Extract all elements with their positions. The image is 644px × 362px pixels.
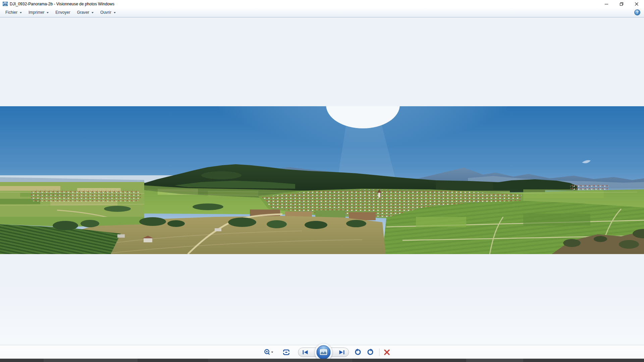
next-icon bbox=[339, 350, 345, 355]
zoom-button[interactable] bbox=[264, 349, 274, 356]
rotate-ccw-icon bbox=[354, 349, 362, 356]
chevron-down-icon bbox=[92, 12, 94, 13]
close-button[interactable] bbox=[629, 0, 644, 8]
menu-envoyer[interactable]: Envoyer bbox=[52, 8, 73, 17]
previous-button[interactable] bbox=[303, 350, 309, 355]
rotate-clockwise-button[interactable] bbox=[367, 349, 375, 356]
menu-imprimer-label: Imprimer bbox=[29, 10, 44, 15]
delete-button[interactable] bbox=[384, 349, 390, 356]
chevron-down-icon bbox=[47, 12, 49, 13]
menu-graver-label: Graver bbox=[77, 10, 89, 15]
photo-viewer-app-icon bbox=[3, 2, 8, 6]
taskbar-segment bbox=[208, 359, 352, 362]
restore-icon bbox=[620, 2, 624, 6]
taskbar-segment bbox=[44, 359, 138, 362]
photo-viewer-window: DJI_0932-Panorama-2b - Visionneuse de ph… bbox=[0, 0, 644, 362]
fit-to-window-button[interactable] bbox=[283, 349, 290, 356]
slideshow-button-face bbox=[317, 345, 331, 359]
panorama-photo bbox=[0, 106, 644, 254]
title-bar: DJI_0932-Panorama-2b - Visionneuse de ph… bbox=[0, 0, 644, 8]
close-icon bbox=[635, 2, 639, 6]
previous-icon bbox=[303, 350, 309, 355]
taskbar-edge bbox=[0, 359, 644, 362]
actual-size-icon bbox=[283, 349, 290, 356]
menu-fichier-label: Fichier bbox=[5, 10, 17, 15]
restore-button[interactable] bbox=[614, 0, 629, 8]
menu-ouvrir[interactable]: Ouvrir bbox=[97, 8, 119, 17]
menu-graver[interactable]: Graver bbox=[73, 8, 97, 17]
slideshow-picture-icon bbox=[320, 349, 327, 355]
rotate-cw-icon bbox=[367, 349, 375, 356]
menu-envoyer-label: Envoyer bbox=[55, 10, 70, 15]
menu-imprimer[interactable]: Imprimer bbox=[25, 8, 52, 17]
minimize-icon bbox=[604, 2, 608, 6]
window-controls bbox=[599, 0, 644, 8]
menu-bar: Fichier Imprimer Envoyer Graver Ouvrir ? bbox=[0, 8, 644, 17]
magnifier-plus-icon bbox=[264, 349, 274, 356]
minimize-button[interactable] bbox=[599, 0, 614, 8]
viewer-content-area bbox=[0, 17, 644, 345]
bottom-toolbar bbox=[0, 345, 644, 359]
menu-ouvrir-label: Ouvrir bbox=[100, 10, 111, 15]
navigation-group bbox=[298, 348, 349, 357]
chevron-down-icon bbox=[20, 12, 22, 13]
toolbar-buttons bbox=[264, 345, 390, 359]
help-icon[interactable]: ? bbox=[634, 9, 640, 15]
delete-x-icon bbox=[384, 349, 390, 356]
taskbar-segment bbox=[466, 359, 523, 362]
toolbar-separator bbox=[379, 349, 380, 356]
rotate-counterclockwise-button[interactable] bbox=[354, 349, 362, 356]
slideshow-button[interactable] bbox=[315, 344, 332, 361]
menu-fichier[interactable]: Fichier bbox=[2, 8, 25, 17]
window-title: DJI_0932-Panorama-2b - Visionneuse de ph… bbox=[10, 2, 114, 6]
chevron-down-icon bbox=[114, 12, 116, 13]
next-button[interactable] bbox=[339, 350, 345, 355]
